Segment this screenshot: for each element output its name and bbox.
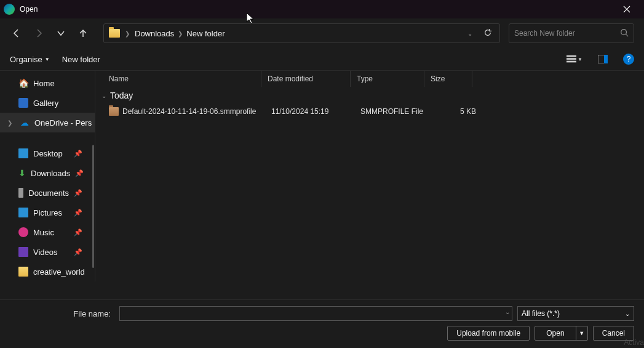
chevron-right-icon: ❯ [178, 30, 183, 37]
svg-rect-2 [566, 58, 576, 60]
command-bar: Organise▼ New folder ▼ ? [0, 48, 644, 70]
organise-menu[interactable]: Organise▼ [10, 55, 50, 64]
file-date: 11/10/2024 15:19 [265, 107, 354, 116]
file-row[interactable]: Default-2024-10-11-14-19-06.smmprofile 1… [99, 104, 644, 119]
sidebar-item-gallery[interactable]: Gallery [0, 93, 95, 113]
sidebar-scrollbar[interactable] [92, 145, 94, 268]
organise-label: Organise [10, 55, 42, 64]
svg-rect-5 [604, 55, 608, 63]
folder-icon [18, 267, 28, 277]
column-date[interactable]: Date modified [261, 71, 351, 87]
open-button-dropdown[interactable]: ▼ [576, 326, 587, 340]
open-button-main[interactable]: Open [535, 326, 576, 340]
file-list-area: Name Date modified Type Size ⌄Today Defa… [95, 71, 644, 299]
sidebar-label: creative_world [33, 267, 85, 277]
pin-icon: 📌 [74, 150, 82, 158]
sidebar-item-pictures[interactable]: Pictures📌 [0, 203, 95, 222]
sidebar-label: Home [33, 79, 55, 88]
sidebar-label: Downloads [31, 169, 70, 178]
chevron-right-icon[interactable]: ❯ [7, 119, 15, 126]
address-bar[interactable]: ❯ Downloads ❯ New folder ⌄ [103, 23, 500, 43]
preview-pane-button[interactable] [595, 51, 611, 67]
file-icon [109, 107, 119, 116]
gallery-icon [18, 98, 28, 108]
column-size[interactable]: Size [424, 71, 472, 87]
desktop-icon [18, 148, 28, 158]
search-input[interactable] [514, 29, 620, 38]
group-label: Today [110, 91, 133, 100]
sidebar-item-documents[interactable]: Documents📌 [0, 183, 95, 203]
new-folder-button[interactable]: New folder [62, 55, 100, 64]
refresh-button[interactable] [481, 28, 495, 39]
chevron-down-icon: ▼ [578, 57, 582, 62]
pin-icon: 📌 [74, 248, 82, 256]
file-name: Default-2024-10-11-14-19-06.smmprofile [122, 107, 265, 116]
group-today[interactable]: ⌄Today [99, 87, 644, 104]
documents-icon [18, 188, 23, 198]
breadcrumb-newfolder[interactable]: New folder [186, 29, 225, 38]
sidebar-label: Music [33, 228, 54, 237]
sidebar-item-downloads[interactable]: ⬇Downloads📌 [0, 163, 95, 183]
column-name[interactable]: Name [109, 71, 261, 87]
help-button[interactable]: ? [623, 54, 634, 65]
chevron-down-icon: ⌄ [625, 310, 630, 317]
pictures-icon [18, 208, 28, 217]
breadcrumb: Downloads ❯ New folder [135, 29, 459, 38]
file-type-filter[interactable]: All files (*.*)⌄ [517, 306, 634, 321]
filename-input[interactable] [119, 306, 512, 321]
filename-label: File name: [10, 309, 114, 318]
sidebar: 🏠Home Gallery ❯☁OneDrive - Pers Desktop📌… [0, 71, 95, 281]
download-icon: ⬇ [18, 168, 26, 178]
filename-dropdown[interactable]: ⌄ [505, 309, 510, 315]
chevron-right-icon: ❯ [125, 30, 130, 37]
sidebar-label: Videos [33, 248, 58, 257]
back-button[interactable] [10, 26, 23, 40]
pin-icon: 📌 [75, 169, 84, 177]
search-box[interactable] [509, 23, 634, 43]
sidebar-item-creative[interactable]: creative_world [0, 262, 95, 281]
address-dropdown[interactable]: ⌄ [464, 30, 476, 37]
open-button[interactable]: Open ▼ [535, 326, 587, 341]
folder-icon [109, 29, 120, 38]
file-type: SMMPROFILE File [354, 107, 428, 116]
navbar: ❯ Downloads ❯ New folder ⌄ [0, 18, 644, 48]
cloud-icon: ☁ [20, 118, 30, 127]
view-mode-button[interactable]: ▼ [566, 51, 582, 67]
svg-point-0 [621, 29, 627, 34]
column-type[interactable]: Type [351, 71, 424, 87]
column-headers: Name Date modified Type Size [95, 71, 644, 87]
forward-button[interactable] [32, 26, 46, 40]
up-button[interactable] [76, 26, 90, 40]
sidebar-label: Gallery [33, 99, 58, 108]
videos-icon [18, 247, 28, 257]
sidebar-item-videos[interactable]: Videos📌 [0, 242, 95, 262]
sidebar-item-music[interactable]: Music📌 [0, 222, 95, 242]
sidebar-label: Pictures [33, 208, 62, 217]
recent-button[interactable] [54, 26, 68, 40]
pin-icon: 📌 [74, 229, 82, 237]
upload-from-mobile-button[interactable]: Upload from mobile [447, 326, 530, 341]
chevron-down-icon: ▼ [45, 57, 50, 62]
sidebar-label: Documents [28, 188, 69, 198]
sidebar-item-home[interactable]: 🏠Home [0, 73, 95, 93]
svg-rect-1 [566, 55, 576, 57]
sidebar-label: OneDrive - Pers [34, 118, 92, 127]
pin-icon: 📌 [74, 209, 82, 217]
titlebar: Open [0, 0, 644, 18]
music-icon [18, 227, 28, 237]
sidebar-label: Desktop [33, 149, 63, 158]
search-icon[interactable] [620, 28, 629, 39]
new-folder-label: New folder [62, 55, 100, 64]
watermark: Activa [624, 338, 644, 347]
home-icon: 🏠 [18, 78, 28, 88]
sidebar-item-onedrive[interactable]: ❯☁OneDrive - Pers [0, 113, 95, 132]
sidebar-item-desktop[interactable]: Desktop📌 [0, 144, 95, 163]
window-title: Open [20, 5, 38, 14]
svg-rect-3 [566, 61, 576, 63]
file-size: 5 KB [428, 107, 476, 116]
close-button[interactable] [613, 0, 640, 18]
edge-icon [4, 4, 15, 15]
chevron-down-icon: ⌄ [101, 92, 106, 99]
bottom-panel: File name: ⌄ All files (*.*)⌄ Upload fro… [0, 299, 644, 348]
breadcrumb-downloads[interactable]: Downloads [135, 29, 174, 38]
